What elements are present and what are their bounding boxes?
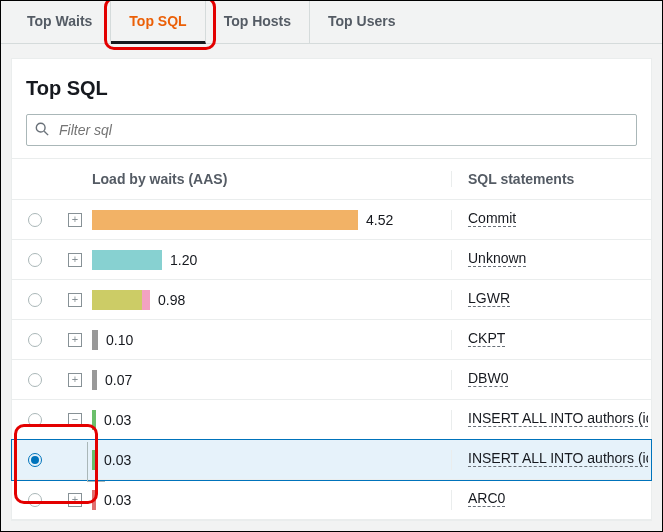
- table-body: +4.52Commit+1.20Unknown+0.98LGWR+0.10CKP…: [12, 200, 651, 520]
- expand-icon[interactable]: +: [68, 333, 82, 347]
- load-bar: [92, 490, 96, 510]
- tab-top-users[interactable]: Top Users: [310, 1, 413, 43]
- expand-icon[interactable]: +: [68, 493, 82, 507]
- row-radio[interactable]: [28, 333, 42, 347]
- load-bar: [92, 450, 96, 470]
- expand-icon[interactable]: +: [68, 373, 82, 387]
- load-bar: [92, 290, 150, 310]
- load-value: 0.03: [104, 412, 131, 428]
- table-header: Load by waits (AAS) SQL statements: [12, 158, 651, 200]
- load-bar: [92, 370, 97, 390]
- row-radio[interactable]: [28, 253, 42, 267]
- load-value: 0.07: [105, 372, 132, 388]
- table-row: +4.52Commit: [12, 200, 651, 240]
- col-sql-header: SQL statements: [451, 171, 651, 187]
- table-row: +0.10CKPT: [12, 320, 651, 360]
- load-value: 0.98: [158, 292, 185, 308]
- svg-line-1: [44, 131, 48, 135]
- sql-statement[interactable]: Commit: [468, 210, 516, 227]
- table-row: 0.03INSERT ALL INTO authors (id: [12, 440, 651, 480]
- row-radio[interactable]: [28, 293, 42, 307]
- search-input[interactable]: [26, 114, 637, 146]
- table-row: +0.03ARC0: [12, 480, 651, 520]
- svg-point-0: [36, 123, 45, 132]
- sql-statement[interactable]: INSERT ALL INTO authors (id: [468, 410, 648, 427]
- load-bar: [92, 250, 162, 270]
- sql-statement[interactable]: CKPT: [468, 330, 505, 347]
- expand-icon[interactable]: +: [68, 213, 82, 227]
- page-title: Top SQL: [12, 59, 651, 106]
- tabs-bar: Top WaitsTop SQLTop HostsTop Users: [1, 1, 662, 44]
- tab-top-hosts[interactable]: Top Hosts: [206, 1, 310, 43]
- load-bar: [92, 210, 358, 230]
- row-radio[interactable]: [28, 493, 42, 507]
- table-row: −0.03INSERT ALL INTO authors (id: [12, 400, 651, 440]
- content-panel: Top SQL Load by waits (AAS) SQL statemen…: [11, 58, 652, 521]
- load-bar: [92, 330, 98, 350]
- table-row: +0.07DBW0: [12, 360, 651, 400]
- sql-statement[interactable]: ARC0: [468, 490, 505, 507]
- load-value: 4.52: [366, 212, 393, 228]
- row-radio[interactable]: [28, 453, 42, 467]
- tab-top-waits[interactable]: Top Waits: [9, 1, 111, 43]
- expand-icon[interactable]: +: [68, 253, 82, 267]
- col-load-header: Load by waits (AAS): [92, 171, 451, 187]
- expand-icon[interactable]: +: [68, 293, 82, 307]
- load-value: 0.10: [106, 332, 133, 348]
- sql-statement[interactable]: LGWR: [468, 290, 510, 307]
- search-icon: [35, 122, 49, 136]
- collapse-icon[interactable]: −: [68, 413, 82, 427]
- sql-statement[interactable]: INSERT ALL INTO authors (id: [468, 450, 648, 467]
- sql-statement[interactable]: DBW0: [468, 370, 508, 387]
- row-radio[interactable]: [28, 373, 42, 387]
- table-row: +1.20Unknown: [12, 240, 651, 280]
- load-value: 1.20: [170, 252, 197, 268]
- load-bar: [92, 410, 96, 430]
- load-value: 0.03: [104, 492, 131, 508]
- tab-top-sql[interactable]: Top SQL: [111, 1, 205, 44]
- row-radio[interactable]: [28, 413, 42, 427]
- load-value: 0.03: [104, 452, 131, 468]
- table-row: +0.98LGWR: [12, 280, 651, 320]
- search-wrapper: [26, 114, 637, 146]
- row-radio[interactable]: [28, 213, 42, 227]
- sql-statement[interactable]: Unknown: [468, 250, 526, 267]
